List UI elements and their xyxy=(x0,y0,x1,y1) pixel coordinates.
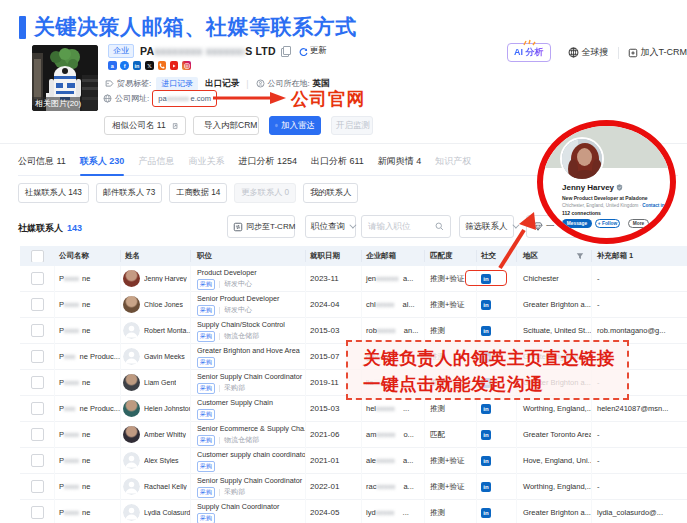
cell-date: 2024-04 xyxy=(306,292,362,318)
related-images-label[interactable]: 相关图片(20) xyxy=(32,97,98,111)
email-redacted: xxxxx xyxy=(376,300,403,309)
tab-6[interactable]: 新闻舆情 4 xyxy=(378,151,422,175)
cell-name: Lydia Colasurdo xyxy=(121,500,191,523)
cell-match: 推测+验证 xyxy=(425,448,477,474)
linkedin-icon[interactable]: in xyxy=(481,508,491,518)
tab-5[interactable]: 出口分析 611 xyxy=(311,151,364,175)
table-row[interactable]: Pxxxxne Rachael Kelly Senior Supply Chai… xyxy=(20,474,687,500)
cell-email: chlxxxxxal... xyxy=(362,292,425,318)
tab-7[interactable]: 知识产权 xyxy=(435,151,471,175)
linkedin-icon[interactable]: in xyxy=(481,300,491,310)
role-tag: 采购 xyxy=(197,305,215,316)
cell-title: Customer Supply Chain 采购 xyxy=(191,396,306,422)
linkedin-icon[interactable]: in xyxy=(133,61,142,70)
profile-photo[interactable] xyxy=(560,137,604,181)
contact-info-link[interactable]: Contact info xyxy=(642,203,669,208)
chip-1[interactable]: 邮件联系人 73 xyxy=(96,183,162,203)
import-crm-button[interactable]: 导入内部CRM xyxy=(193,116,259,135)
import-record-tag[interactable]: 进口记录 xyxy=(156,77,198,91)
cell-company: Pxxxne Produc... xyxy=(55,344,121,370)
company-redacted: xxxx xyxy=(64,274,82,283)
company-redacted: xxxx xyxy=(64,456,82,465)
facebook-icon[interactable]: f xyxy=(120,61,129,70)
follow-button[interactable]: + Follow xyxy=(595,219,620,228)
chip-2[interactable]: 工商数据 14 xyxy=(169,183,227,203)
row-checkbox[interactable] xyxy=(31,402,44,415)
tab-4[interactable]: 进口分析 1254 xyxy=(238,151,297,175)
refresh-button[interactable]: 更新 xyxy=(299,45,327,57)
table-header-row: 公司名称 姓名 职位 就职日期 企业邮箱 匹配度 社交 地区 补充邮箱 1 xyxy=(20,246,687,266)
table-row[interactable]: Pxxxxne Amber Whitty Senior Ecommerce & … xyxy=(20,422,687,448)
global-search-button[interactable]: 全球搜 xyxy=(568,46,609,59)
cell-date: 2021-01 xyxy=(306,448,362,474)
company-website-link[interactable]: paxxxxxxe.com xyxy=(152,90,217,107)
avatar xyxy=(123,322,140,339)
linkedin-icon[interactable]: in xyxy=(481,430,491,440)
position-query-select[interactable]: 职位查询 xyxy=(305,215,356,238)
row-checkbox[interactable] xyxy=(31,506,44,519)
row-checkbox[interactable] xyxy=(31,350,44,363)
cell-name: Jenny Harvey xyxy=(121,266,191,292)
page-headline: 关键决策人邮箱、社媒等联系方式 xyxy=(19,13,357,41)
tab-3[interactable]: 商业关系 xyxy=(188,151,224,175)
table-row[interactable]: Pxxxxne Alex Styles Customer supply chai… xyxy=(20,448,687,474)
more-button[interactable]: More xyxy=(628,219,649,228)
chip-3[interactable]: 更多联系人 0 xyxy=(234,183,296,203)
row-checkbox[interactable] xyxy=(31,454,44,467)
sync-icon xyxy=(233,222,243,232)
cell-name: Helen Johnstone xyxy=(121,396,191,422)
email-redacted: xxxxx xyxy=(376,482,403,491)
avatar xyxy=(123,374,140,391)
row-checkbox[interactable] xyxy=(31,480,44,493)
cell-date: 2021-06 xyxy=(306,422,362,448)
cell-company: Pxxxxne xyxy=(55,266,121,292)
tab-2[interactable]: 产品信息 xyxy=(138,151,174,175)
tab-0[interactable]: 公司信息 11 xyxy=(18,151,66,175)
export-record-tag[interactable]: 出口记录 xyxy=(205,78,239,90)
trade-tag-icon xyxy=(105,79,114,88)
annotation-callout: 关键负责人的领英主页直达链接 一键点击就能发起沟通 xyxy=(346,340,629,400)
table-row[interactable]: Pxxxxne Chloe Jones Senior Product Devel… xyxy=(20,292,687,318)
start-monitor-button[interactable]: 开启监测 xyxy=(331,116,373,135)
instagram-icon[interactable] xyxy=(182,61,191,70)
table-row[interactable]: Pxxxxne Lydia Colasurdo Supply Chain Coo… xyxy=(20,500,687,523)
amazon-icon[interactable]: a xyxy=(108,61,117,70)
cell-title: Supply Chain Coordinator 采购 xyxy=(191,500,306,523)
row-checkbox[interactable] xyxy=(31,298,44,311)
linkedin-icon[interactable]: in xyxy=(481,326,491,336)
cell-company: Pxxxxne xyxy=(55,318,121,344)
add-radar-button[interactable]: 加入雷达 xyxy=(269,116,321,135)
company-photo[interactable]: 相关图片(20) xyxy=(32,45,98,111)
linkedin-icon[interactable]: in xyxy=(481,482,491,492)
copy-icon[interactable] xyxy=(281,46,290,56)
page: 关键决策人邮箱、社媒等联系方式 相关图片(2 xyxy=(0,0,687,523)
linkedin-icon[interactable]: in xyxy=(481,404,491,414)
row-checkbox[interactable] xyxy=(31,324,44,337)
chip-0[interactable]: 社媒联系人 143 xyxy=(18,183,89,203)
join-tcrm-icon xyxy=(628,48,638,58)
position-search-input[interactable]: 请输入职位 xyxy=(361,215,451,238)
select-all-checkbox[interactable] xyxy=(31,250,44,262)
chip-4[interactable]: 我的联系人 xyxy=(303,183,358,203)
role-tag: 采购 xyxy=(197,409,215,420)
linkedin-icon[interactable]: in xyxy=(481,456,491,466)
ai-analysis-button[interactable]: AI 分析 xyxy=(507,43,551,62)
sync-tcrm-button[interactable]: 同步至T-CRM xyxy=(227,215,295,238)
tab-1[interactable]: 联系人 230 xyxy=(80,151,125,175)
filter-funnel-icon[interactable] xyxy=(576,252,584,260)
x-twitter-icon[interactable]: 𝕏 xyxy=(145,61,154,70)
table-row[interactable]: Pxxxxne Jenny Harvey Product Developer 采… xyxy=(20,266,687,292)
similar-company-button[interactable]: 相似公司名 11 xyxy=(104,116,186,135)
row-checkbox[interactable] xyxy=(31,376,44,389)
col-title: 职位 xyxy=(191,250,306,262)
row-checkbox[interactable] xyxy=(31,272,44,285)
youtube-icon[interactable] xyxy=(170,61,179,70)
message-button[interactable]: Message xyxy=(562,219,592,228)
profile-connections[interactable]: 112 connections xyxy=(562,210,601,216)
phone-icon[interactable] xyxy=(158,61,167,70)
row-checkbox[interactable] xyxy=(31,428,44,441)
join-tcrm-button[interactable]: 加入T-CRM xyxy=(628,46,687,59)
contact-filter-chips: 社媒联系人 143邮件联系人 73工商数据 14更多联系人 0我的联系人 xyxy=(18,183,365,203)
cell-title: Senior Product Developer 采购研发中心 xyxy=(191,292,306,318)
cell-name: Gavin Meeks xyxy=(121,344,191,370)
